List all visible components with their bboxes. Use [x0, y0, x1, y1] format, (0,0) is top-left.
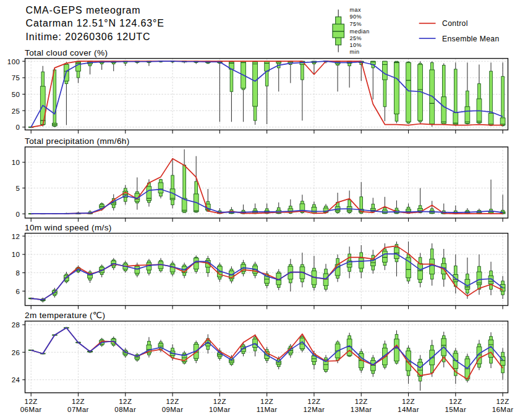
svg-text:12Mar: 12Mar [304, 406, 325, 413]
svg-text:12Z: 12Z [497, 398, 509, 405]
svg-text:Total precipitation (mm/6h): Total precipitation (mm/6h) [25, 136, 130, 146]
svg-text:Control: Control [442, 19, 468, 28]
svg-text:6: 6 [16, 288, 20, 295]
svg-text:Total cloud cover (%): Total cloud cover (%) [25, 48, 108, 57]
svg-text:15Mar: 15Mar [445, 406, 466, 413]
svg-text:50: 50 [12, 91, 20, 98]
svg-text:Ensemble Mean: Ensemble Mean [442, 35, 500, 43]
svg-text:2m temperature (℃): 2m temperature (℃) [25, 311, 105, 320]
svg-text:75: 75 [12, 74, 20, 82]
svg-text:16Mar: 16Mar [492, 406, 514, 413]
svg-text:08Mar: 08Mar [114, 406, 136, 413]
svg-text:25%: 25% [350, 35, 362, 41]
svg-text:Initime: 20260306 12UTC: Initime: 20260306 12UTC [26, 32, 151, 42]
svg-text:0: 0 [16, 211, 20, 218]
svg-text:12Z: 12Z [307, 398, 320, 405]
svg-text:06Mar: 06Mar [20, 406, 42, 413]
svg-text:12Z: 12Z [25, 398, 38, 405]
svg-text:12Z: 12Z [402, 398, 415, 405]
svg-text:CMA-GEPS meteogram: CMA-GEPS meteogram [26, 5, 141, 15]
svg-text:28: 28 [12, 321, 20, 329]
svg-text:min: min [350, 49, 360, 55]
svg-text:07Mar: 07Mar [67, 406, 89, 413]
svg-text:Catarman 12.51°N 124.63°E: Catarman 12.51°N 124.63°E [26, 18, 164, 28]
svg-text:median: median [350, 28, 370, 35]
svg-text:75%: 75% [350, 21, 362, 27]
svg-text:11Mar: 11Mar [257, 406, 278, 413]
svg-text:0: 0 [16, 124, 20, 131]
svg-text:24: 24 [12, 376, 20, 384]
svg-text:100: 100 [7, 58, 20, 65]
svg-text:5: 5 [16, 185, 20, 192]
svg-text:12Z: 12Z [72, 398, 85, 405]
svg-text:8: 8 [16, 269, 20, 277]
svg-text:13Mar: 13Mar [351, 406, 372, 413]
svg-text:12Z: 12Z [119, 398, 132, 405]
svg-text:10: 10 [12, 251, 20, 258]
svg-text:25: 25 [12, 107, 20, 115]
svg-text:12Z: 12Z [355, 398, 368, 405]
svg-text:12: 12 [12, 233, 20, 240]
svg-text:12Z: 12Z [449, 398, 462, 405]
svg-text:90%: 90% [350, 14, 362, 20]
svg-text:09Mar: 09Mar [162, 406, 184, 413]
svg-text:26: 26 [12, 349, 20, 356]
svg-text:10Mar: 10Mar [209, 406, 231, 413]
svg-text:12Z: 12Z [166, 398, 179, 405]
svg-text:10m wind speed (m/s): 10m wind speed (m/s) [25, 223, 112, 232]
svg-text:12Z: 12Z [260, 398, 273, 405]
svg-text:12Z: 12Z [213, 398, 226, 405]
svg-text:max: max [350, 7, 361, 13]
svg-text:10: 10 [12, 159, 20, 166]
svg-text:14Mar: 14Mar [398, 406, 419, 413]
svg-text:10%: 10% [350, 42, 362, 48]
